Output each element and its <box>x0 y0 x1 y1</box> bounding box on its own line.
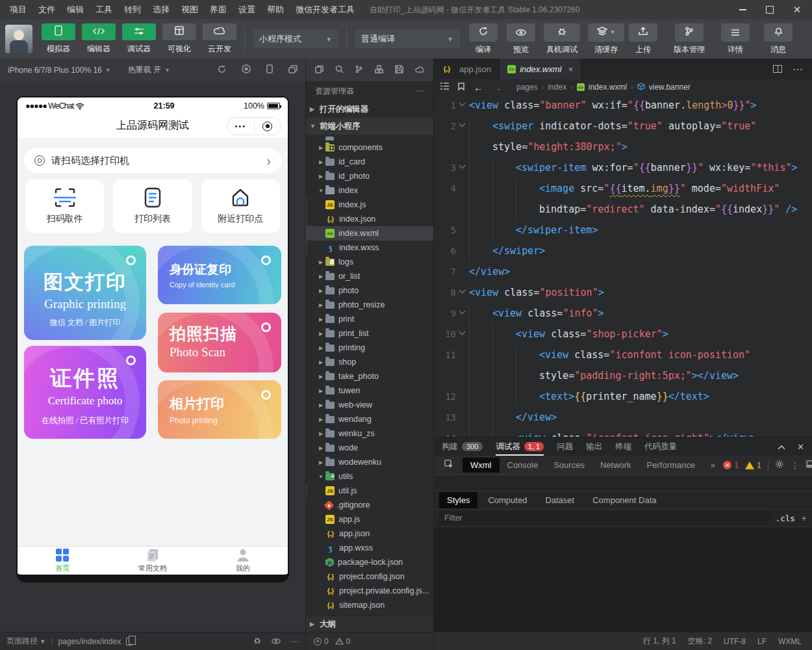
graphic-print-card[interactable]: 图文打印 Graphic printing 微信 文档 / 图片打印 <box>24 246 146 340</box>
tab-debugger[interactable]: 调试器1, 1 <box>496 437 544 456</box>
tab-app-json[interactable]: {..} app.json <box>434 58 500 79</box>
cloud-sync-icon[interactable] <box>415 64 424 76</box>
menu-item[interactable]: 项目 <box>4 0 32 20</box>
devtools-tab-performance[interactable]: Performance <box>639 458 703 473</box>
file-row-wodewenku[interactable]: ▶wodewenku <box>306 455 433 469</box>
file-row-sitemap.json[interactable]: {..}sitemap.json <box>306 598 433 612</box>
toggle-debugger[interactable]: 调试器 <box>122 23 156 55</box>
menu-item[interactable]: 转到 <box>118 0 147 20</box>
user-avatar[interactable] <box>5 25 32 53</box>
subtab-computed[interactable]: Computed <box>480 492 535 508</box>
search-icon[interactable] <box>335 64 344 76</box>
file-row-tuwen[interactable]: ▶tuwen <box>306 384 433 398</box>
version-control-button[interactable]: 版本管理 <box>669 23 709 55</box>
tab-terminal[interactable]: 终端 <box>615 437 631 456</box>
code-line[interactable]: 4<image src="{{item.img}}" mode="widthFi… <box>434 178 812 199</box>
file-row-util.js[interactable]: JSutil.js <box>306 484 433 498</box>
menu-item[interactable]: 文件 <box>32 0 61 20</box>
devtools-tab-wxml[interactable]: Wxml <box>463 458 500 473</box>
menu-item[interactable]: 帮助 <box>261 0 290 20</box>
menu-item[interactable]: 工具 <box>90 0 118 20</box>
record-icon[interactable] <box>242 64 251 75</box>
devtools-tab-network[interactable]: Network <box>592 458 639 473</box>
dock-icon[interactable] <box>806 460 812 470</box>
code-line[interactable]: 5</swiper-item> <box>434 220 812 240</box>
file-row-index[interactable]: ▼index <box>306 183 433 198</box>
id-copy-card[interactable]: 身份证复印 Copy of identity card <box>158 246 281 304</box>
git-branch-icon[interactable] <box>355 64 362 76</box>
cursor-position[interactable]: 行 1, 列 1 <box>643 636 676 647</box>
close-button[interactable]: ✕ <box>786 1 808 18</box>
code-line[interactable]: 7</view> <box>434 261 812 282</box>
file-row-shop[interactable]: ▶shop <box>306 355 433 369</box>
file-row-print[interactable]: ▶print <box>306 312 433 326</box>
close-home-button[interactable] <box>255 122 281 131</box>
add-style-button[interactable]: + <box>802 513 807 523</box>
subtab-dataset[interactable]: Dataset <box>537 492 582 508</box>
file-row-logs[interactable]: ▶logs <box>306 255 433 269</box>
menu-item[interactable]: 视图 <box>175 0 204 20</box>
subtab-component-data[interactable]: Component Data <box>585 492 664 508</box>
close-panel-icon[interactable]: ✕ <box>797 442 804 452</box>
back-icon[interactable]: ← <box>474 82 483 93</box>
file-row-web-view[interactable]: ▶web-view <box>306 398 433 412</box>
tab-output[interactable]: 输出 <box>586 437 602 456</box>
indentation[interactable]: 空格: 2 <box>688 636 712 647</box>
problems-errors[interactable]: ✕0 <box>314 637 329 646</box>
file-row-take_photo[interactable]: ▶take_photo <box>306 369 433 384</box>
certificate-photo-card[interactable]: 证件照 Certificate photo 在线拍照 / 已有照片打印 <box>24 346 146 439</box>
file-row-components[interactable]: ▶components <box>306 140 433 155</box>
file-row-app.js[interactable]: JSapp.js <box>306 512 433 526</box>
preview-button[interactable]: 预览 <box>504 23 538 55</box>
toggle-simulator[interactable]: 模拟器 <box>42 23 75 55</box>
code-line[interactable]: 10<view class="shop-picker"> <box>434 324 812 344</box>
project-root-section[interactable]: ▼ 前端小程序 <box>306 118 433 135</box>
file-row-index.json[interactable]: {..}index.json <box>306 212 433 226</box>
bookmark-icon[interactable] <box>458 83 464 92</box>
code-line[interactable]: 13</view> <box>434 407 812 428</box>
file-row-print_list[interactable]: ▶print_list <box>306 326 433 341</box>
close-tab-icon[interactable]: × <box>568 64 573 74</box>
code-line[interactable]: 9<view class="info"> <box>434 303 812 324</box>
file-row-index.js[interactable]: JSindex.js <box>306 198 433 212</box>
tab-home[interactable]: 首页 <box>18 547 108 575</box>
tab-documents[interactable]: 常用文档 <box>108 547 198 575</box>
file-row-package-lock.json[interactable]: jspackage-lock.json <box>306 555 433 569</box>
devtools-more-icon[interactable]: ⋮ <box>791 460 800 471</box>
remote-debug-button[interactable]: 真机调试 <box>542 23 582 55</box>
devtools-tab-sources[interactable]: Sources <box>546 458 592 473</box>
code-line[interactable]: 12<text>{{printer_name}}</text> <box>434 386 812 407</box>
code-line[interactable]: 14<view class="iconfont icon-right"></vi… <box>434 428 812 437</box>
outline-list-icon[interactable] <box>440 83 449 92</box>
tab-build[interactable]: 构建300 <box>442 437 483 456</box>
tab-mine[interactable]: 我的 <box>197 547 288 575</box>
scan-pickup-card[interactable]: 扫码取件 <box>25 179 104 233</box>
print-list-card[interactable]: 打印列表 <box>113 179 192 233</box>
code-line[interactable]: 2<swiper indicator-dots="true" autoplay=… <box>434 116 812 136</box>
rotate-icon[interactable] <box>218 65 226 75</box>
printer-select-bar[interactable]: 请扫码选择打印机 › <box>24 148 281 173</box>
eol[interactable]: LF <box>757 637 767 646</box>
statusbar-more-icon[interactable]: ⋯ <box>291 637 299 646</box>
menu-item[interactable]: 设置 <box>233 0 261 20</box>
forward-icon[interactable]: → <box>492 82 502 93</box>
code-line[interactable]: 1<view class="banner" wx:if="{{banner.le… <box>434 95 812 116</box>
nearby-printers-card[interactable]: 附近打印点 <box>201 179 280 233</box>
messages-button[interactable]: 消息 <box>761 23 795 55</box>
file-row-photo_resize[interactable]: ▶photo_resize <box>306 298 433 312</box>
extensions-icon[interactable] <box>375 64 383 76</box>
encoding[interactable]: UTF-8 <box>724 637 746 646</box>
devtools-settings-icon[interactable] <box>775 460 784 471</box>
file-row-wendang[interactable]: ▶wendang <box>306 412 433 426</box>
devtools-tab-console[interactable]: Console <box>500 458 546 473</box>
statusbar-bug-icon[interactable] <box>253 636 261 646</box>
mode-select[interactable]: 小程序模式▼ <box>253 30 338 48</box>
file-row-wenku_zs[interactable]: ▶wenku_zs <box>306 426 433 441</box>
compile-mode-select[interactable]: 普通编译▼ <box>355 30 460 48</box>
file-row-printing[interactable]: ▶printing <box>306 341 433 355</box>
subtab-styles[interactable]: Styles <box>439 492 477 508</box>
toggle-editor[interactable]: 编辑器 <box>82 23 116 55</box>
tab-problems[interactable]: 问题 <box>557 437 573 456</box>
collapse-panel-icon[interactable] <box>778 442 785 452</box>
file-row-app.wxss[interactable]: ʒapp.wxss <box>306 541 433 555</box>
